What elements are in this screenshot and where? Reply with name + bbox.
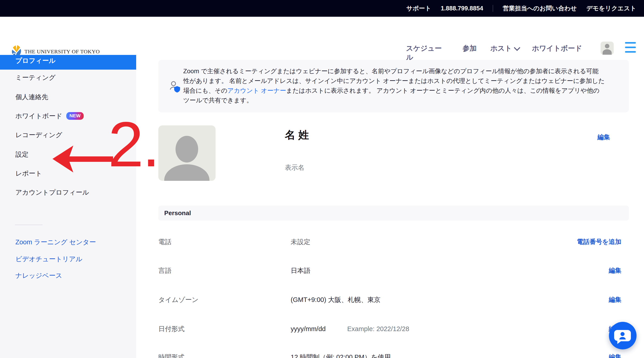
sidebar-item-whiteboard[interactable]: ホワイトボード NEW: [16, 111, 84, 120]
sidebar: プロフィール ミーティング 個人連絡先 ホワイトボード NEW レコーディング …: [0, 55, 136, 358]
sidebar-link-knowledge-base[interactable]: ナレッジベース: [16, 271, 62, 280]
row-value-language: 日本語: [291, 266, 310, 275]
nav-schedule[interactable]: スケジュール: [406, 44, 443, 62]
main-header: THE UNIVERSITY OF TOKYO スケジュール 参加 ホスト ホワ…: [0, 17, 644, 55]
header-avatar[interactable]: [600, 41, 614, 55]
chat-person-icon: [609, 322, 636, 350]
row-label-date-format: 日付形式: [158, 324, 184, 333]
nav-host[interactable]: ホスト: [490, 44, 519, 53]
personal-section-header: Personal: [158, 206, 629, 221]
row-label-phone: 電話: [158, 237, 172, 246]
add-phone-number-button[interactable]: 電話番号を追加: [577, 237, 622, 246]
sidebar-link-video-tutorials[interactable]: ビデオチュートリアル: [16, 255, 82, 264]
zoom-profile-page: { "topbar": { "support": "サポート", "phone"…: [0, 0, 644, 358]
new-badge: NEW: [66, 112, 84, 120]
person-shield-icon: [170, 81, 182, 93]
profile-display-name: 表示名: [285, 163, 304, 172]
row-value-phone: 未設定: [291, 237, 310, 246]
profile-edit-button[interactable]: 編集: [598, 133, 610, 141]
edit-timezone-button[interactable]: 編集: [609, 295, 622, 304]
phone-number[interactable]: 1.888.799.8854: [441, 5, 483, 12]
sidebar-item-meetings[interactable]: ミーティング: [16, 73, 56, 82]
request-demo-link[interactable]: デモをリクエスト: [586, 4, 636, 12]
row-label-time-format: 時間形式: [158, 353, 184, 358]
support-link[interactable]: サポート: [406, 4, 431, 12]
sidebar-divider: [15, 225, 42, 225]
hamburger-menu-icon[interactable]: [625, 42, 636, 54]
nav-whiteboard[interactable]: ホワイトボード: [532, 44, 582, 53]
nav-host-label: ホスト: [490, 44, 512, 53]
sidebar-item-contacts[interactable]: 個人連絡先: [16, 92, 48, 101]
university-logo-text: THE UNIVERSITY OF TOKYO: [24, 49, 100, 55]
personal-section-title: Personal: [164, 210, 191, 217]
privacy-info-banner: Zoom で主催されるミーティングまたはウェビナーに参加すると、名前やプロフィー…: [158, 60, 629, 112]
top-utility-bar: サポート 1.888.799.8854 営業担当へのお問い合わせ デモをリクエス…: [0, 0, 644, 17]
account-owner-link[interactable]: アカウント オーナー: [227, 87, 286, 94]
row-label-language: 言語: [158, 266, 172, 275]
sidebar-link-learning-center[interactable]: Zoom ラーニング センター: [16, 238, 96, 247]
edit-language-button[interactable]: 編集: [609, 266, 622, 275]
topbar-divider: [493, 5, 493, 12]
profile-name: 名 姓: [285, 128, 309, 142]
sidebar-item-profile[interactable]: プロフィール: [0, 55, 136, 70]
sidebar-item-recordings[interactable]: レコーディング: [16, 130, 62, 139]
help-chat-button[interactable]: [609, 322, 636, 350]
date-format-example: Example: 2022/12/28: [347, 324, 409, 333]
sidebar-item-settings[interactable]: 設定: [16, 150, 28, 159]
sidebar-item-label: プロフィール: [16, 56, 56, 65]
row-value-date-format: yyyy/mm/dd: [291, 324, 326, 333]
nav-join[interactable]: 参加: [462, 44, 476, 53]
edit-time-format-button[interactable]: 編集: [609, 353, 622, 358]
sidebar-item-account-profile[interactable]: アカウントプロフィール: [16, 188, 89, 197]
avatar-person-icon: [605, 44, 610, 48]
row-label-timezone: タイムゾーン: [158, 295, 198, 304]
privacy-info-text: Zoom で主催されるミーティングまたはウェビナーに参加すると、名前やプロフィー…: [183, 66, 605, 105]
chevron-down-icon: [514, 44, 520, 51]
profile-avatar[interactable]: [158, 125, 216, 181]
contact-sales-link[interactable]: 営業担当へのお問い合わせ: [502, 4, 577, 12]
row-value-timezone: (GMT+9:00) 大阪、札幌、東京: [291, 295, 380, 304]
sidebar-item-reports[interactable]: レポート: [16, 169, 42, 178]
row-value-time-format: 12 時間制（例: 02:00 PM）を使用: [291, 353, 391, 358]
